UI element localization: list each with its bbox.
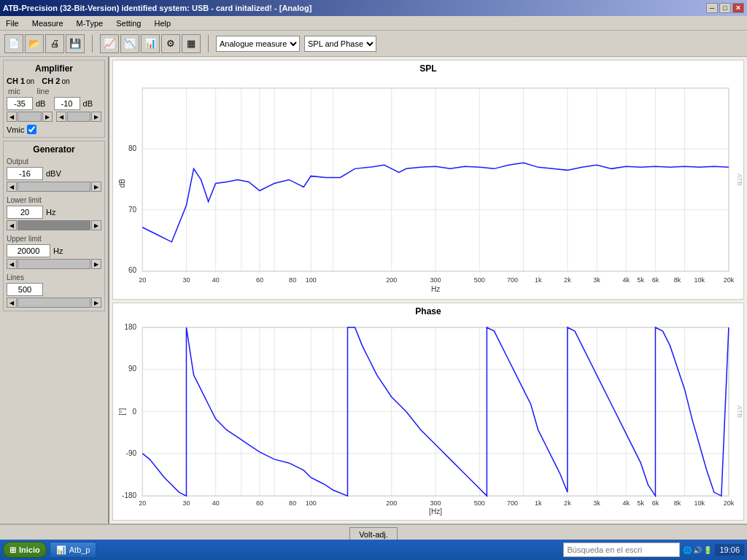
phase-chart: Phase — [112, 303, 744, 521]
phase-title: Phase — [113, 306, 743, 316]
svg-text:300: 300 — [430, 276, 441, 284]
vmic-checkbox[interactable] — [27, 125, 36, 134]
upper-value-row: 20000 Hz — [7, 244, 101, 257]
output-input[interactable]: -16 — [7, 167, 43, 180]
lines-scroll-track[interactable] — [18, 298, 90, 308]
lines-value-row: 500 — [7, 283, 101, 296]
toolbar-btn-print[interactable]: 🖨 — [45, 34, 64, 53]
output-scroll-track[interactable] — [18, 182, 90, 192]
svg-text:200: 200 — [386, 499, 397, 507]
toolbar-btn-save[interactable]: 💾 — [66, 34, 85, 53]
output-unit: dBV — [46, 169, 61, 178]
ch1-scroll-right[interactable]: ▶ — [42, 112, 53, 122]
start-button[interactable]: ⊞ Inicio — [3, 542, 47, 558]
spl-svg: 80 70 60 dB 20 30 40 60 80 100 200 300 5… — [113, 61, 743, 299]
upper-label-row: Upper limit — [7, 235, 101, 243]
upper-input[interactable]: 20000 — [7, 244, 50, 257]
display-type-select[interactable]: SPL and Phase SPL only Phase only — [304, 36, 376, 52]
toolbar-btn-open[interactable]: 📂 — [25, 34, 44, 53]
output-scroll-left[interactable]: ◀ — [7, 182, 17, 192]
lower-input[interactable]: 20 — [7, 206, 43, 219]
toolbar-sep-1 — [92, 35, 93, 52]
ch1-sub: mic — [8, 87, 20, 96]
menu-help[interactable]: Help — [151, 18, 174, 29]
vmic-label: Vmic — [7, 125, 24, 134]
svg-text:100: 100 — [306, 276, 317, 284]
amplifier-section: Amplifier CH 1 on CH 2 on mic line -35 d… — [3, 60, 105, 138]
upper-label: Upper limit — [7, 235, 42, 243]
ch1-db-box[interactable]: -35 — [7, 97, 33, 110]
upper-scroll-track[interactable] — [18, 259, 90, 269]
lower-value-row: 20 Hz — [7, 206, 101, 219]
upper-scroll-right[interactable]: ▶ — [91, 259, 101, 269]
titlebar: ATB-Precision (32-Bit-Version) identifie… — [0, 0, 747, 16]
ch2-on[interactable]: on — [61, 77, 69, 85]
svg-text:dB: dB — [118, 179, 126, 188]
svg-text:60: 60 — [256, 276, 263, 284]
spl-title: SPL — [113, 63, 743, 74]
maximize-button[interactable]: □ — [719, 3, 731, 13]
toolbar: 📄 📂 🖨 💾 📈 📉 📊 ⚙ ▦ Analogue measure Digit… — [0, 31, 747, 57]
toolbar-btn-chart1[interactable]: 📈 — [100, 34, 119, 53]
svg-text:500: 500 — [474, 276, 485, 284]
taskbar-icon-atb: 📊 — [56, 545, 66, 555]
svg-text:-180: -180 — [122, 491, 136, 499]
menu-mtype[interactable]: M-Type — [74, 18, 107, 29]
minimize-button[interactable]: ─ — [706, 3, 718, 13]
toolbar-btn-new[interactable]: 📄 — [4, 34, 23, 53]
lower-scroll-track[interactable] — [18, 220, 90, 230]
svg-text:0: 0 — [133, 407, 137, 415]
ch1-scroll-left[interactable]: ◀ — [7, 112, 17, 122]
toolbar-btn-config[interactable]: ⚙ — [161, 34, 180, 53]
close-button[interactable]: ✕ — [732, 3, 744, 13]
toolbar-btn-measure[interactable]: 📊 — [141, 34, 160, 53]
lower-label-row: Lower limit — [7, 196, 101, 204]
toolbar-btn-chart2[interactable]: 📉 — [120, 34, 139, 53]
db-row: -35 dB -10 dB — [7, 97, 101, 110]
output-label: Output — [7, 158, 28, 166]
ch2-scroll-left[interactable]: ◀ — [56, 112, 66, 122]
svg-text:20: 20 — [139, 276, 146, 284]
menu-measure[interactable]: Measure — [29, 18, 66, 29]
svg-text:Hz: Hz — [431, 285, 440, 293]
lower-scroll-right[interactable]: ▶ — [91, 220, 101, 230]
output-scroll-right[interactable]: ▶ — [91, 182, 101, 192]
output-value-row: -16 dBV — [7, 167, 101, 180]
lines-label: Lines — [7, 273, 24, 281]
measure-type-select[interactable]: Analogue measure Digital measure — [216, 36, 300, 52]
lines-input[interactable]: 500 — [7, 283, 43, 296]
svg-text:700: 700 — [507, 276, 518, 284]
volume-icon: 🔊 — [693, 546, 702, 554]
svg-text:-90: -90 — [126, 449, 137, 457]
lines-value: 500 — [18, 285, 31, 294]
window-controls: ─ □ ✕ — [706, 3, 744, 13]
taskbar-item-atb[interactable]: 📊 Atb_p — [50, 542, 97, 558]
upper-scroll-left[interactable]: ◀ — [7, 259, 17, 269]
svg-text:180: 180 — [124, 323, 136, 331]
ch2-scroll-track[interactable] — [67, 112, 91, 122]
toolbar-btn-extra[interactable]: ▦ — [182, 34, 201, 53]
lines-scroll-right[interactable]: ▶ — [91, 298, 101, 308]
svg-text:80: 80 — [289, 499, 296, 507]
ch2-scroll-right[interactable]: ▶ — [91, 112, 101, 122]
menu-file[interactable]: File — [3, 18, 22, 29]
toolbar-group-right: 📈 📉 📊 ⚙ ▦ — [100, 34, 201, 53]
ch2-sub: line — [36, 87, 49, 96]
ch2-db-box[interactable]: -10 — [54, 97, 80, 110]
title-text: ATB-Precision (32-Bit-Version) identifie… — [3, 4, 311, 12]
taskbar-item-label: Atb_p — [69, 545, 90, 554]
svg-text:8k: 8k — [674, 276, 681, 284]
generator-section: Generator Output -16 dBV ◀ ▶ Lower limit — [3, 141, 105, 311]
left-panel: Amplifier CH 1 on CH 2 on mic line -35 d… — [0, 57, 109, 524]
menu-setting[interactable]: Setting — [113, 18, 144, 29]
ch1-scroll-track[interactable] — [18, 112, 42, 122]
svg-text:10k: 10k — [694, 276, 705, 284]
svg-text:100: 100 — [306, 499, 317, 507]
upper-unit: Hz — [53, 246, 63, 255]
ch1-on[interactable]: on — [26, 77, 34, 85]
lines-scroll-left[interactable]: ◀ — [7, 298, 17, 308]
svg-text:20: 20 — [139, 499, 146, 507]
taskbar-search[interactable] — [563, 542, 680, 557]
lower-scroll-left[interactable]: ◀ — [7, 220, 17, 230]
svg-text:90: 90 — [128, 365, 137, 373]
